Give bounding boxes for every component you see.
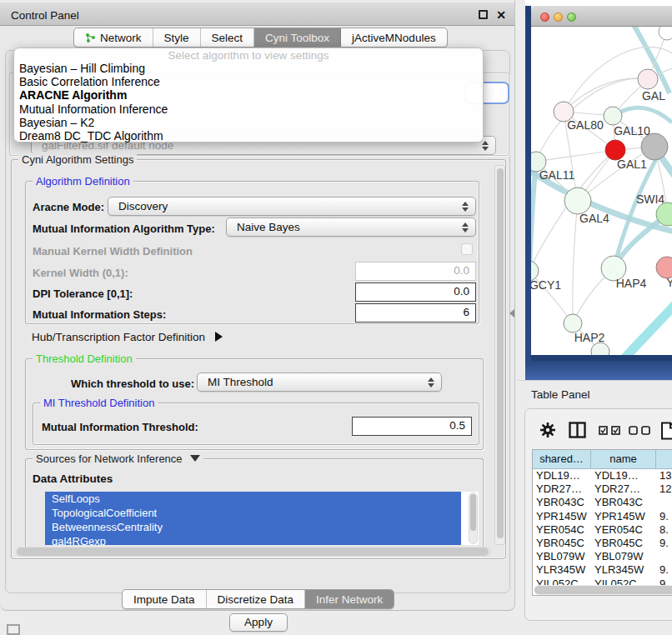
close-icon[interactable]: ✕	[496, 8, 506, 22]
kernel-width-field[interactable]: 0.0	[355, 262, 476, 281]
field-value: 0.0	[454, 264, 469, 277]
table-row[interactable]: YDR27…YDR27…12	[533, 482, 672, 496]
algorithm-option[interactable]: Bayesian – Hill Climbing	[14, 62, 483, 75]
tab-network[interactable]: Network	[74, 28, 153, 47]
table-cell: YBL079W	[591, 550, 656, 563]
mi-steps-field[interactable]: 6	[355, 303, 476, 322]
algorithm-option[interactable]: ARACNE Algorithm	[14, 88, 483, 102]
dpi-tolerance-field[interactable]: 0.0	[355, 282, 476, 302]
node-label: GAL1	[617, 158, 647, 171]
attribute-list-item[interactable]: TopologicalCoefficient	[45, 506, 461, 520]
dock-window-icon[interactable]	[7, 624, 20, 635]
combo-value: Naive Bayes	[237, 221, 300, 233]
mi-threshold-field[interactable]: 0.5	[352, 417, 472, 436]
table-cell: YBR043C	[533, 496, 591, 509]
node-label: GCY1	[531, 278, 561, 292]
tab-label: Cyni Toolbox	[265, 28, 329, 48]
algorithm-option[interactable]: Basic Correlation Inference	[14, 75, 483, 88]
table-row[interactable]: YER054CYER054C8.	[533, 523, 672, 537]
close-traffic-light-icon[interactable]	[540, 12, 549, 22]
sources-title: Sources for Network Inference	[36, 452, 183, 465]
tab-discretize-data[interactable]: Discretize Data	[207, 590, 306, 608]
network-edge[interactable]	[536, 150, 615, 162]
column-header[interactable]: name	[591, 450, 656, 468]
document-icon[interactable]	[660, 422, 672, 440]
attribute-list-item[interactable]: gal4RGexp	[45, 534, 461, 545]
zoom-traffic-light-icon[interactable]	[567, 12, 576, 22]
algorithm-popup-list: Bayesian – Hill ClimbingBasic Correlatio…	[14, 62, 483, 142]
tab-style[interactable]: Style	[153, 28, 201, 47]
table-row[interactable]: YPR145WYPR145W9.	[533, 510, 672, 523]
table-cell: YER054C	[533, 523, 591, 537]
network-graph[interactable]: GALGAL80GAL10GAL1GAL11GAL4SWI4GCY1HAP4YH…	[531, 27, 672, 355]
settings-horizontal-scrollbar[interactable]	[15, 547, 492, 557]
algorithm-option[interactable]: Mutual Information Inference	[14, 102, 483, 116]
network-view-canvas[interactable]: GALGAL80GAL10GAL1GAL11GAL4SWI4GCY1HAP4YH…	[531, 27, 672, 355]
scrollbar-thumb[interactable]	[497, 168, 504, 538]
minimize-traffic-light-icon[interactable]	[554, 12, 563, 22]
data-attributes-list[interactable]: SelfLoopsTopologicalCoefficientBetweenne…	[45, 492, 479, 545]
attributes-scrollbar[interactable]	[469, 492, 478, 544]
network-window-titlebar[interactable]	[531, 6, 672, 27]
tab-cyni-toolbox[interactable]: Cyni Toolbox	[254, 28, 341, 47]
network-node[interactable]	[564, 314, 582, 332]
settings-vertical-scrollbar[interactable]	[494, 165, 505, 545]
mi-type-combobox[interactable]: Naive Bayes	[226, 218, 476, 237]
network-edge[interactable]	[624, 302, 672, 355]
scrollbar-thumb[interactable]	[470, 494, 476, 531]
table-row[interactable]: YBR045CYBR045C9.	[533, 537, 672, 550]
algorithm-option[interactable]: Dream8 DC_TDC Algorithm	[14, 129, 483, 142]
network-edge[interactable]	[573, 201, 578, 323]
table-cell: YDL19…	[533, 469, 591, 482]
network-node[interactable]	[604, 107, 622, 125]
dpi-tolerance-label: DPI Tolerance [0,1]:	[33, 288, 133, 300]
columns-icon[interactable]	[569, 422, 586, 438]
checked-columns-icon[interactable]	[599, 426, 622, 435]
scrollbar-thumb[interactable]	[534, 586, 672, 594]
aracne-mode-combobox[interactable]: Discovery	[108, 197, 476, 216]
table-horizontal-scrollbar[interactable]	[534, 585, 672, 595]
column-header[interactable]	[656, 450, 672, 468]
table-cell: 9.	[656, 563, 672, 577]
table-row[interactable]: YBL079WYBL079W	[533, 550, 672, 563]
combo-stepper-icon	[462, 222, 469, 233]
table-cell: YDR27…	[533, 482, 591, 496]
cyni-algorithm-settings-group: Cyni Algorithm Settings Algorithm Defini…	[11, 159, 506, 559]
algorithm-option[interactable]: Bayesian – K2	[14, 116, 483, 129]
table-cell	[656, 550, 672, 563]
node-attribute-table[interactable]: shared… name YDL19…YDL19…13YDR27…YDR27…1…	[532, 449, 672, 596]
attribute-list-item[interactable]: BetweennessCentrality	[45, 520, 461, 534]
hub-definition-expander[interactable]: Hub/Transcription Factor Definition	[32, 331, 223, 343]
tab-infer-network[interactable]: Infer Network	[305, 590, 394, 608]
gear-icon[interactable]	[539, 422, 556, 438]
splitpane-collapse-arrow[interactable]	[509, 309, 514, 318]
column-header[interactable]: shared…	[533, 450, 591, 468]
table-row[interactable]: YDL19…YDL19…13	[533, 469, 672, 482]
which-threshold-combobox[interactable]: MI Threshold	[197, 372, 442, 392]
field-value: 6	[463, 306, 469, 318]
table-panel-title: Table Panel	[531, 388, 590, 401]
tab-impute-data[interactable]: Impute Data	[123, 590, 207, 608]
apply-button[interactable]: Apply	[229, 613, 288, 632]
tab-jactivemnodules[interactable]: jActiveMNodules	[341, 28, 447, 47]
float-window-icon[interactable]	[479, 10, 488, 19]
network-edge[interactable]	[621, 108, 672, 122]
tab-select[interactable]: Select	[201, 28, 255, 47]
tab-label: jActiveMNodules	[352, 28, 436, 48]
unchecked-columns-icon[interactable]	[629, 426, 652, 435]
which-threshold-label: Which threshold to use:	[71, 378, 194, 390]
chevron-down-icon[interactable]	[190, 455, 200, 462]
network-node[interactable]	[638, 69, 658, 89]
group-title: Threshold Definition	[33, 352, 136, 365]
table-header-row: shared… name	[533, 450, 672, 469]
scrollbar-thumb[interactable]	[17, 548, 489, 556]
table-row[interactable]: YBR043CYBR043C	[533, 496, 672, 509]
network-node[interactable]	[564, 188, 591, 214]
table-row[interactable]: YLR345WYLR345W9.	[533, 563, 672, 577]
manual-kernel-checkbox[interactable]	[461, 243, 473, 255]
node-label: HAP2	[574, 331, 605, 344]
attribute-list-item[interactable]: SelfLoops	[45, 492, 461, 506]
node-label: GAL80	[567, 118, 604, 132]
tab-label: Infer Network	[316, 590, 383, 609]
network-node[interactable]	[659, 27, 672, 40]
